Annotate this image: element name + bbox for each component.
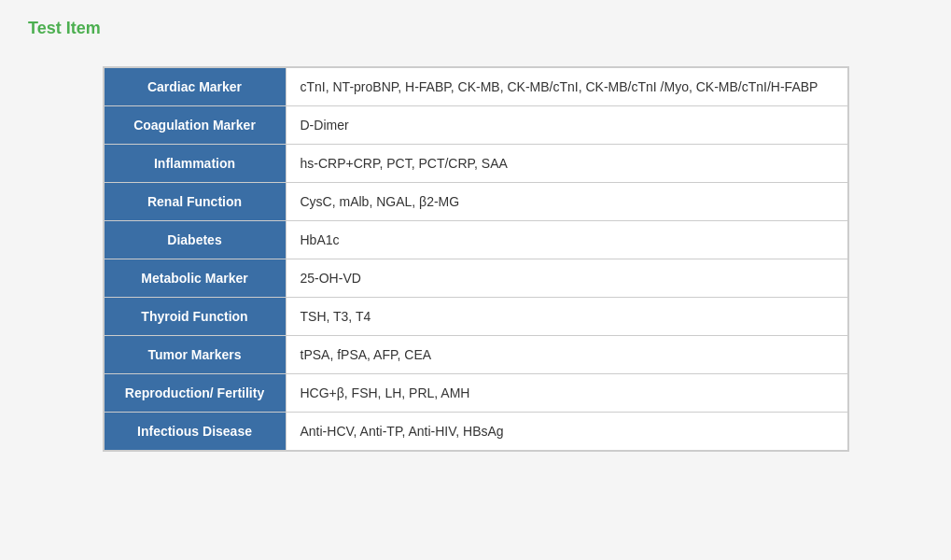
row-label: Diabetes bbox=[104, 221, 286, 259]
row-label: Inflammation bbox=[104, 145, 286, 183]
row-label: Tumor Markers bbox=[104, 336, 286, 374]
row-value: HbA1c bbox=[286, 221, 847, 259]
table-row: Metabolic Marker25-OH-VD bbox=[104, 259, 847, 298]
row-label: Metabolic Marker bbox=[104, 259, 286, 298]
row-value: cTnI, NT-proBNP, H-FABP, CK-MB, CK-MB/cT… bbox=[286, 68, 847, 106]
row-value: hs-CRP+CRP, PCT, PCT/CRP, SAA bbox=[286, 145, 847, 183]
row-value: Anti-HCV, Anti-TP, Anti-HIV, HBsAg bbox=[286, 413, 847, 451]
row-label: Thyroid Function bbox=[104, 298, 286, 336]
row-label: Cardiac Marker bbox=[104, 68, 286, 106]
row-label: Infectious Disease bbox=[104, 413, 286, 451]
table-row: Inflammationhs-CRP+CRP, PCT, PCT/CRP, SA… bbox=[104, 145, 847, 183]
row-value: HCG+β, FSH, LH, PRL, AMH bbox=[286, 374, 847, 413]
row-value: TSH, T3, T4 bbox=[286, 298, 847, 336]
row-label: Renal Function bbox=[104, 183, 286, 221]
page-title: Test Item bbox=[28, 19, 923, 38]
test-item-table: Cardiac MarkercTnI, NT-proBNP, H-FABP, C… bbox=[103, 66, 849, 452]
table-row: Thyroid FunctionTSH, T3, T4 bbox=[104, 298, 847, 336]
row-value: 25-OH-VD bbox=[286, 259, 847, 298]
row-label: Reproduction/ Fertility bbox=[104, 374, 286, 413]
table-row: DiabetesHbA1c bbox=[104, 221, 847, 259]
row-label: Coagulation Marker bbox=[104, 106, 286, 145]
table-row: Coagulation MarkerD-Dimer bbox=[104, 106, 847, 145]
table-row: Cardiac MarkercTnI, NT-proBNP, H-FABP, C… bbox=[104, 68, 847, 106]
table-row: Tumor MarkerstPSA, fPSA, AFP, CEA bbox=[104, 336, 847, 374]
table-row: Infectious DiseaseAnti-HCV, Anti-TP, Ant… bbox=[104, 413, 847, 451]
table-row: Reproduction/ FertilityHCG+β, FSH, LH, P… bbox=[104, 374, 847, 413]
row-value: tPSA, fPSA, AFP, CEA bbox=[286, 336, 847, 374]
row-value: D-Dimer bbox=[286, 106, 847, 145]
table-row: Renal FunctionCysC, mAlb, NGAL, β2-MG bbox=[104, 183, 847, 221]
row-value: CysC, mAlb, NGAL, β2-MG bbox=[286, 183, 847, 221]
